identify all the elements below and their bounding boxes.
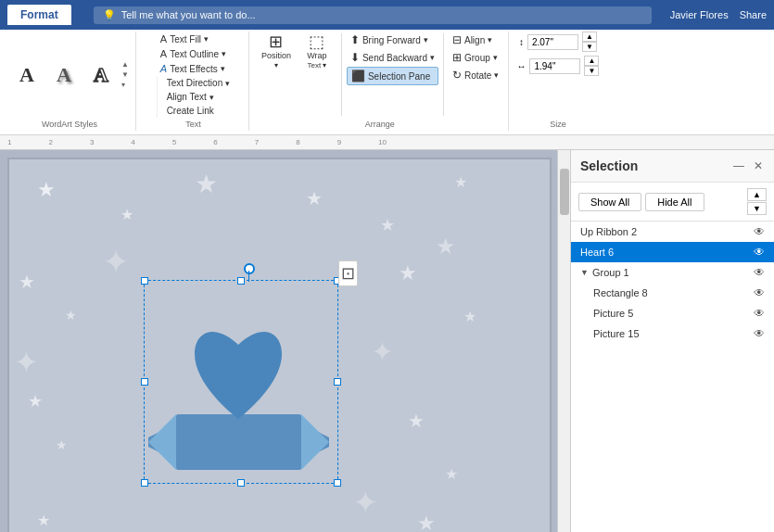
item-eye-rectangle-8[interactable]: 👁	[754, 286, 765, 299]
rotate-handle[interactable]	[244, 263, 255, 274]
star-outline-1: ✦	[14, 345, 39, 380]
star-14: ★	[408, 410, 425, 432]
group-chevron-icon: ▼	[580, 268, 589, 277]
order-arrows: ▲ ▼	[747, 188, 767, 215]
text-fill-button[interactable]: A Text Fill ▾	[157, 32, 212, 46]
item-label-picture-15: Picture 15	[593, 328, 748, 339]
selection-pane-button[interactable]: ⬛ Selection Pane	[347, 67, 438, 85]
handle-bottom-middle[interactable]	[237, 479, 245, 487]
text-effects-button[interactable]: A Text Effects ▾	[157, 61, 229, 76]
wordart-scroll-more[interactable]: ▾	[121, 80, 130, 90]
item-eye-picture-15[interactable]: 👁	[754, 327, 765, 340]
item-label-up-ribbon-2: Up Ribbon 2	[580, 226, 748, 237]
group-button[interactable]: ⊞ Group ▾	[449, 49, 502, 66]
list-item-heart-6[interactable]: Heart 6 👁	[571, 242, 774, 262]
arrange-separator-1	[341, 33, 342, 116]
handle-top-middle[interactable]	[237, 277, 245, 285]
item-eye-group-1[interactable]: 👁	[754, 266, 765, 279]
height-input[interactable]	[527, 34, 578, 50]
item-label-group-1: Group 1	[592, 267, 750, 278]
height-icon: ↕	[519, 37, 524, 47]
star-16: ★	[37, 512, 50, 529]
bring-forward-label: Bring Forward	[362, 35, 421, 45]
layout-options-icon[interactable]: ⊡	[338, 260, 358, 286]
width-down-button[interactable]: ▼	[584, 66, 599, 76]
show-all-button[interactable]: Show All	[578, 193, 641, 211]
order-up-button[interactable]: ▲	[747, 188, 767, 201]
format-tab[interactable]: Format	[7, 5, 71, 25]
send-backward-label: Send Backward	[362, 53, 427, 63]
selection-pane-icon: ⬛	[351, 70, 365, 82]
canvas-area: ★ ★ ★ ★ ★ ★ ★ ★ ★ ★ ★ ★ ★ ★ ★ ★ ★ ★ ★	[0, 150, 570, 532]
item-eye-picture-5[interactable]: 👁	[754, 307, 765, 320]
star-17: ★	[417, 512, 436, 532]
pane-header: Selection — ✕	[571, 150, 774, 183]
hide-all-button[interactable]: Hide All	[645, 193, 704, 211]
create-link-button[interactable]: Create Link	[163, 104, 218, 118]
scroll-thumb[interactable]	[560, 169, 569, 215]
height-down-button[interactable]: ▼	[582, 42, 597, 52]
star-15: ★	[445, 465, 458, 483]
wordart-style-3[interactable]: A	[83, 57, 119, 93]
list-item-picture-15[interactable]: Picture 15 👁	[571, 323, 774, 344]
share-button[interactable]: Share	[740, 9, 767, 20]
bring-forward-button[interactable]: ⬆ Bring Forward ▾	[347, 32, 438, 48]
star-11: ★	[463, 308, 476, 325]
list-item-rectangle-8[interactable]: Rectangle 8 👁	[571, 283, 774, 303]
lightbulb-icon: 💡	[103, 9, 116, 21]
ruler-left: 12345678910	[0, 135, 538, 149]
item-eye-up-ribbon-2[interactable]: 👁	[754, 225, 765, 238]
rotate-button[interactable]: ↻ Rotate ▾	[449, 67, 502, 83]
selection-pane: Selection — ✕ Show All Hide All ▲ ▼ Up R…	[570, 150, 774, 532]
pane-title: Selection	[580, 158, 638, 173]
text-group: A Text Fill ▾ A Text Outline ▾ A Text Ef…	[138, 32, 249, 131]
handle-bottom-right[interactable]	[334, 479, 341, 487]
order-down-button[interactable]: ▼	[747, 202, 767, 215]
wrap-text-label: Wrap	[307, 51, 326, 60]
wordart-style-2[interactable]: A	[46, 57, 82, 93]
align-button[interactable]: ⊟ Align ▾	[449, 32, 502, 48]
arrange-group-label: Arrange	[365, 120, 395, 129]
handle-bottom-left[interactable]	[141, 479, 148, 487]
rotate-label: Rotate	[464, 70, 491, 81]
position-button[interactable]: ⊞ Position ▾	[257, 32, 296, 71]
send-backward-icon: ⬇	[350, 51, 360, 64]
main-area: ★ ★ ★ ★ ★ ★ ★ ★ ★ ★ ★ ★ ★ ★ ★ ★ ★ ★ ★	[0, 150, 774, 532]
pane-collapse-icon[interactable]: —	[731, 158, 746, 174]
send-backward-button[interactable]: ⬇ Send Backward ▾	[347, 49, 438, 66]
search-placeholder: Tell me what you want to do...	[121, 9, 256, 20]
width-up-button[interactable]: ▲	[584, 56, 599, 66]
wordart-scroll-down[interactable]: ▼	[121, 70, 130, 80]
list-item-up-ribbon-2[interactable]: Up Ribbon 2 👁	[571, 222, 774, 242]
handle-middle-left[interactable]	[141, 378, 148, 386]
text-direction-button[interactable]: Text Direction ▾	[163, 76, 235, 90]
wrap-text-button[interactable]: ⬚ Wrap Text ▾	[298, 32, 336, 71]
wordart-styles-group: A A A ▲ ▼ ▾ WordArt Styles	[4, 32, 136, 131]
ruler: 12345678910	[0, 135, 774, 150]
star-7: ★	[454, 173, 467, 191]
star-12: ★	[28, 391, 43, 412]
handle-middle-right[interactable]	[334, 378, 341, 386]
align-text-label: Align Text	[167, 92, 207, 102]
list-item-group-1[interactable]: ▼ Group 1 👁	[571, 262, 774, 283]
pane-header-controls: — ✕	[731, 158, 765, 174]
arrange-separator-2	[443, 33, 444, 116]
user-name: Javier Flores	[670, 9, 729, 20]
vertical-scrollbar[interactable]	[557, 150, 570, 532]
text-outline-button[interactable]: A Text Outline ▾	[157, 46, 230, 61]
height-up-button[interactable]: ▲	[582, 32, 597, 42]
star-8: ★	[19, 271, 35, 293]
text-group-label: Text	[185, 120, 201, 129]
wordart-style-1[interactable]: A	[9, 57, 44, 93]
star-3: ★	[195, 169, 218, 199]
item-eye-heart-6[interactable]: 👁	[754, 246, 765, 259]
wordart-scroll-up[interactable]: ▲	[121, 59, 130, 70]
search-box[interactable]: 💡 Tell me what you want to do...	[94, 6, 652, 24]
list-item-picture-5[interactable]: Picture 5 👁	[571, 303, 774, 323]
align-text-button[interactable]: Align Text ▾	[163, 90, 218, 104]
arrange-group: ⊞ Position ▾ ⬚ Wrap Text ▾	[251, 32, 510, 131]
pane-close-icon[interactable]: ✕	[752, 158, 765, 174]
wordart-scroll[interactable]: ▲ ▼ ▾	[121, 59, 130, 90]
width-input[interactable]	[529, 58, 580, 74]
handle-top-left[interactable]	[141, 277, 148, 285]
